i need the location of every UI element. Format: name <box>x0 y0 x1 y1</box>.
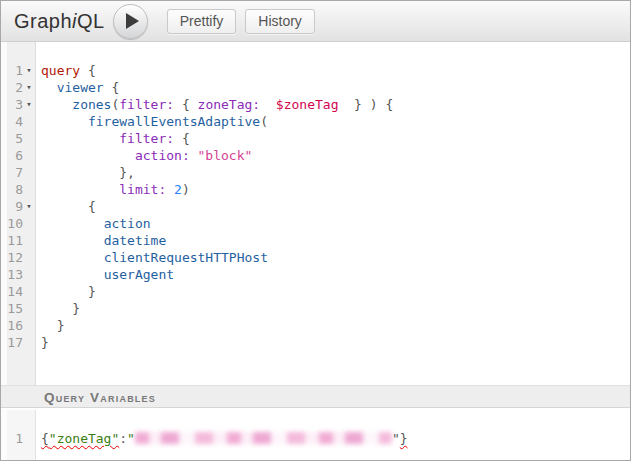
query-editor[interactable]: 1▾2▾3▾456789▾1011121314151617 query { vi… <box>1 42 630 385</box>
line-number: 10 <box>1 215 23 232</box>
fold-spacer <box>23 317 35 334</box>
fold-spacer <box>23 283 35 300</box>
line-number: 1 <box>1 62 23 79</box>
fold-arrow-icon[interactable]: ▾ <box>23 62 35 79</box>
code-line: action <box>41 215 630 232</box>
token-punc: } <box>41 301 80 316</box>
line-number: 11 <box>1 232 23 249</box>
gutter-line: 14 <box>1 283 35 300</box>
token-punc <box>41 131 119 146</box>
fold-spacer <box>23 113 35 130</box>
token-punc <box>166 182 174 197</box>
token-punc: { <box>174 97 197 112</box>
token-punc <box>41 250 104 265</box>
gutter-line: 11 <box>1 232 35 249</box>
fold-spacer <box>23 266 35 283</box>
code-line: datetime <box>41 232 630 249</box>
token-prop: firewallEventsAdaptive <box>88 114 260 129</box>
token-punc: } <box>400 431 408 446</box>
token-punc <box>41 80 57 95</box>
line-number: 4 <box>1 113 23 130</box>
variables-editor-code[interactable]: {"zoneTag":""} <box>36 410 630 460</box>
variables-editor[interactable]: 1 {"zoneTag":""} <box>1 410 630 460</box>
fold-spacer <box>23 300 35 317</box>
token-key: "zoneTag" <box>49 431 119 446</box>
token-punc: }, <box>41 165 135 180</box>
code-line: {"zoneTag":""} <box>41 430 630 447</box>
line-number: 12 <box>1 249 23 266</box>
token-kw: query <box>41 63 80 78</box>
code-line: query { <box>41 62 630 79</box>
fold-spacer <box>23 130 35 147</box>
gutter-line: 1▾ <box>1 62 35 79</box>
gutter-line: 4 <box>1 113 35 130</box>
token-punc <box>41 97 72 112</box>
code-line: } <box>41 317 630 334</box>
code-line: viewer { <box>41 79 630 96</box>
code-line: zones(filter: { zoneTag: $zoneTag } ) { <box>41 96 630 113</box>
redacted-zone-tag-value <box>135 432 392 444</box>
token-prop: datetime <box>104 233 167 248</box>
token-attr: limit: <box>119 182 166 197</box>
gutter-line: 13 <box>1 266 35 283</box>
token-attr: filter: <box>119 97 174 112</box>
token-attr: filter: <box>119 131 174 146</box>
token-str: "block" <box>198 148 253 163</box>
logo-text: Graph <box>14 10 72 32</box>
query-variables-header[interactable]: Query Variables <box>1 385 630 408</box>
history-button[interactable]: History <box>245 9 315 34</box>
token-punc: { <box>174 131 190 146</box>
gutter-line: 1 <box>1 430 35 447</box>
token-prop: action <box>104 216 151 231</box>
token-punc <box>41 148 135 163</box>
play-icon <box>126 13 139 29</box>
token-num: 2 <box>174 182 182 197</box>
execute-query-button[interactable] <box>113 4 148 39</box>
line-number: 5 <box>1 130 23 147</box>
token-punc: { <box>80 63 96 78</box>
line-number: 1 <box>1 430 23 447</box>
token-punc <box>190 148 198 163</box>
gutter-line: 2▾ <box>1 79 35 96</box>
graphiql-app: GraphiQL Prettify History 1▾2▾3▾456789▾1… <box>0 0 631 461</box>
code-line: } <box>41 300 630 317</box>
token-attr: action: <box>135 148 190 163</box>
gutter-line: 9▾ <box>1 198 35 215</box>
logo-text-2: QL <box>77 10 105 32</box>
token-punc <box>41 114 88 129</box>
token-punc: } <box>41 318 64 333</box>
gutter-line: 12 <box>1 249 35 266</box>
fold-spacer <box>23 249 35 266</box>
gutter-line: 17 <box>1 334 35 351</box>
variables-editor-gutter: 1 <box>1 410 36 460</box>
line-number: 14 <box>1 283 23 300</box>
token-punc: { <box>104 80 120 95</box>
code-line: }, <box>41 164 630 181</box>
prettify-button[interactable]: Prettify <box>167 9 237 34</box>
gutter-line: 16 <box>1 317 35 334</box>
line-number: 6 <box>1 147 23 164</box>
token-punc <box>260 97 276 112</box>
fold-arrow-icon[interactable]: ▾ <box>23 79 35 96</box>
line-number: 17 <box>1 334 23 351</box>
code-line: limit: 2) <box>41 181 630 198</box>
fold-arrow-icon[interactable]: ▾ <box>23 96 35 113</box>
code-line: action: "block" <box>41 147 630 164</box>
gutter-line: 5 <box>1 130 35 147</box>
code-line: firewallEventsAdaptive( <box>41 113 630 130</box>
line-number: 7 <box>1 164 23 181</box>
line-number: 9 <box>1 198 23 215</box>
token-key: " <box>127 431 135 446</box>
token-prop: userAgent <box>104 267 174 282</box>
code-line: } <box>41 334 630 351</box>
graphiql-logo: GraphiQL <box>14 10 105 33</box>
line-number: 15 <box>1 300 23 317</box>
token-punc: : <box>119 431 127 446</box>
code-line: } <box>41 283 630 300</box>
fold-arrow-icon[interactable]: ▾ <box>23 198 35 215</box>
line-number: 2 <box>1 79 23 96</box>
token-punc: } ) { <box>338 97 393 112</box>
gutter-line: 7 <box>1 164 35 181</box>
query-editor-code[interactable]: query { viewer { zones(filter: { zoneTag… <box>36 42 630 385</box>
code-line: { <box>41 198 630 215</box>
